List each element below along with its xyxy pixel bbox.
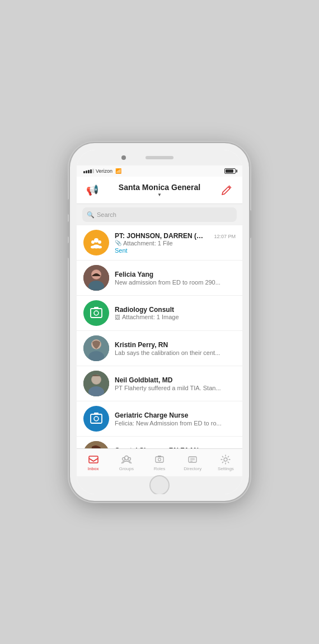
svg-point-2 [98,240,101,244]
message-content: Geriatric Charge Nurse Felicia: New Admi… [115,411,236,427]
message-content: PT: JOHNSON, DARREN (01-31... 12:07 PM 📎… [115,232,236,254]
list-item[interactable]: Kristin Perry, RN Lab says the calibrati… [77,331,242,366]
list-item[interactable]: Radiology Consult 🖼 Attachment: 1 Image [77,296,242,331]
avatar [83,265,109,291]
avatar [83,371,109,396]
svg-rect-23 [94,413,98,415]
message-preview: New admission from ED to room 290... [115,279,236,286]
speaker [146,156,173,159]
svg-point-37 [158,458,161,461]
svg-point-4 [91,246,95,249]
search-bar-wrapper: 🔍 Search [77,204,242,225]
svg-point-1 [91,240,95,244]
tab-directory[interactable]: Directory [176,449,209,476]
avatar [83,335,109,361]
phone-notch [77,150,242,165]
phone-screen: Verizon 📶 📢 Santa Monica General ▼ [77,150,242,494]
message-sender: Geriatric Charge Nurse [115,411,188,419]
avatar [83,300,109,326]
chevron-down-icon: ▼ [157,192,162,197]
message-sent-status: Sent [115,247,236,254]
signal-icon [83,169,94,173]
announce-button[interactable]: 📢 [83,181,101,199]
message-attachment: 🖼 Attachment: 1 Image [115,314,236,320]
list-item[interactable]: Geriatric Charge Nurse Felicia: New Admi… [77,401,242,437]
tab-groups-label: Groups [119,466,134,471]
status-left: Verizon 📶 [83,168,121,174]
tab-settings-label: Settings [218,466,234,471]
list-item[interactable]: Neil Goldblatt, MD PT Flaherty suffered … [77,366,242,401]
search-icon: 🔍 [87,211,95,219]
svg-rect-21 [91,414,102,423]
message-preview: Felicia: New Admission from ED to ro... [115,420,236,427]
tab-directory-label: Directory [184,466,201,471]
list-item[interactable]: Felicia Yang New admission from ED to ro… [77,261,242,296]
message-content: Radiology Consult 🖼 Attachment: 1 Image [115,306,236,320]
svg-point-22 [94,416,98,421]
message-sender: Neil Goldblatt, MD [115,376,172,384]
svg-point-5 [97,246,102,249]
message-preview: PT Flaherty suffered a mild TIA. Stan... [115,385,236,391]
status-bar: Verizon 📶 [77,165,242,177]
tab-roles-label: Roles [154,466,165,471]
message-content: Kristin Perry, RN Lab says the calibrati… [115,341,236,356]
svg-point-11 [94,311,98,315]
svg-point-20 [92,375,101,384]
message-content: Felicia Yang New admission from ED to ro… [115,271,236,286]
app-header: 📢 Santa Monica General ▼ [77,177,242,204]
message-sender: Felicia Yang [115,271,153,278]
phone-frame: Verizon 📶 📢 Santa Monica General ▼ [70,143,249,501]
search-placeholder: Search [97,211,116,218]
tab-inbox-label: Inbox [88,466,99,471]
message-attachment: 📎 Attachment: 1 File [115,240,236,247]
tab-groups[interactable]: Groups [110,449,143,476]
home-area [77,476,242,494]
message-time: 12:07 PM [214,234,236,239]
avatar [83,406,109,432]
compose-button[interactable] [218,181,236,199]
svg-rect-36 [156,457,163,462]
list-item[interactable]: PT: JOHNSON, DARREN (01-31... 12:07 PM 📎… [77,225,242,261]
tab-bar: Inbox Groups Roles [77,448,242,476]
search-input[interactable]: 🔍 Search [82,207,237,222]
avatar [83,230,109,255]
megaphone-icon: 📢 [86,184,98,196]
message-sender: PT: JOHNSON, DARREN (01-31... [115,232,204,240]
svg-rect-12 [94,307,98,309]
message-preview: Lab says the calibration on their cent..… [115,349,236,356]
avatar [83,441,109,448]
camera [121,155,126,160]
svg-point-43 [224,458,227,461]
svg-point-0 [94,238,98,243]
message-sender: Radiology Consult [115,306,174,314]
vol-up-button [68,221,70,237]
tab-roles[interactable]: Roles [143,449,176,476]
message-list: PT: JOHNSON, DARREN (01-31... 12:07 PM 📎… [77,225,242,448]
vol-down-button [68,243,70,258]
status-right [224,168,236,174]
wifi-icon: 📶 [115,168,121,174]
tab-settings[interactable]: Settings [209,449,242,476]
home-button[interactable] [149,475,170,494]
carrier-label: Verizon [96,168,112,174]
svg-rect-10 [91,309,102,318]
svg-rect-38 [158,456,161,457]
tab-inbox[interactable]: Inbox [77,449,110,476]
attachment-icon: 📎 [115,240,121,246]
hospital-name: Santa Monica General [119,183,200,192]
header-center[interactable]: Santa Monica General ▼ [119,183,200,197]
battery-icon [224,168,236,174]
message-content: Neil Goldblatt, MD PT Flaherty suffered … [115,376,236,391]
image-icon: 🖼 [115,314,120,320]
message-sender: Kristin Perry, RN [115,341,168,349]
list-item[interactable]: Crystal Sherron, RN FAAN Confirming meds… [77,437,242,448]
